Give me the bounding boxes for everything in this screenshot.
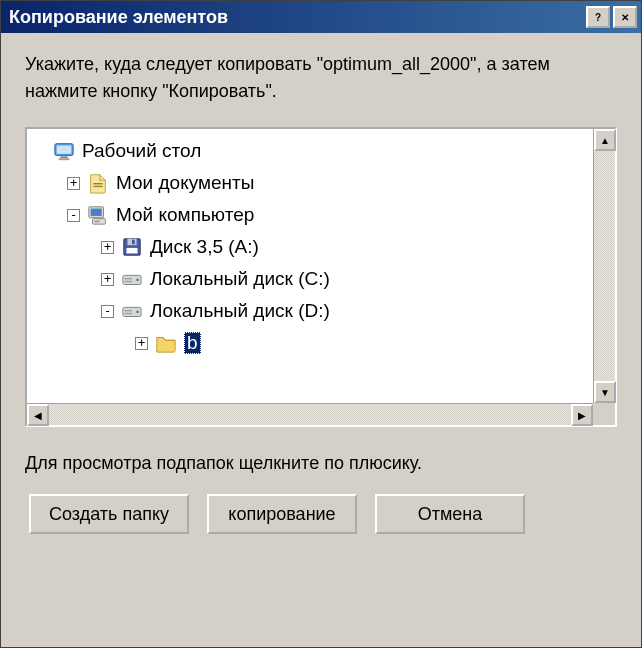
arrow-up-icon: ▲ [600,135,610,146]
folder-tree-panel: Рабочий стол+Мои документы-Мой компьютер… [25,127,617,427]
title-bar: Копирование элементов ? ✕ [1,1,641,33]
tree-item[interactable]: -Локальный диск (D:) [33,295,611,327]
hint-text: Для просмотра подпапок щелкните по плюси… [25,453,617,474]
tree-item-label: b [184,332,201,354]
scroll-up-button[interactable]: ▲ [594,129,616,151]
hdd-icon [120,267,144,291]
close-icon: ✕ [621,12,629,23]
expand-button[interactable]: + [67,177,80,190]
tree-item-label: Локальный диск (D:) [150,300,330,322]
button-row: Создать папку копирование Отмена [25,494,617,534]
expand-button[interactable]: + [135,337,148,350]
scrollbar-corner [593,403,615,425]
desktop-icon [52,139,76,163]
floppy-icon [120,235,144,259]
tree-item[interactable]: +Диск 3,5 (A:) [33,231,611,263]
collapse-button[interactable]: - [67,209,80,222]
folder-tree[interactable]: Рабочий стол+Мои документы-Мой компьютер… [27,129,615,425]
arrow-down-icon: ▼ [600,387,610,398]
docs-icon [86,171,110,195]
tree-item-label: Мои документы [116,172,254,194]
tree-item[interactable]: +Локальный диск (C:) [33,263,611,295]
h-scroll-track[interactable] [49,404,571,425]
help-button[interactable]: ? [586,6,610,28]
arrow-left-icon: ◀ [34,410,42,421]
tree-item-label: Мой компьютер [116,204,254,226]
scroll-left-button[interactable]: ◀ [27,404,49,426]
v-scroll-track[interactable] [594,151,615,381]
horizontal-scrollbar[interactable]: ◀ ▶ [27,403,593,425]
instruction-text: Укажите, куда следует копировать "optimu… [25,51,617,105]
dialog-body: Укажите, куда следует копировать "optimu… [1,33,641,554]
close-button[interactable]: ✕ [613,6,637,28]
copy-button[interactable]: копирование [207,494,357,534]
expand-button[interactable]: + [101,241,114,254]
help-icon: ? [595,12,601,23]
scroll-down-button[interactable]: ▼ [594,381,616,403]
vertical-scrollbar[interactable]: ▲ ▼ [593,129,615,403]
hdd-icon [120,299,144,323]
scroll-right-button[interactable]: ▶ [571,404,593,426]
arrow-right-icon: ▶ [578,410,586,421]
folder-icon [154,331,178,355]
dialog-title: Копирование элементов [9,7,583,28]
expand-button[interactable]: + [101,273,114,286]
computer-icon [86,203,110,227]
collapse-button[interactable]: - [101,305,114,318]
tree-item[interactable]: +b [33,327,611,359]
tree-item-label: Рабочий стол [82,140,201,162]
tree-item[interactable]: +Мои документы [33,167,611,199]
tree-item[interactable]: Рабочий стол [33,135,611,167]
tree-item-label: Локальный диск (C:) [150,268,330,290]
new-folder-button[interactable]: Создать папку [29,494,189,534]
tree-item[interactable]: -Мой компьютер [33,199,611,231]
tree-item-label: Диск 3,5 (A:) [150,236,259,258]
cancel-button[interactable]: Отмена [375,494,525,534]
